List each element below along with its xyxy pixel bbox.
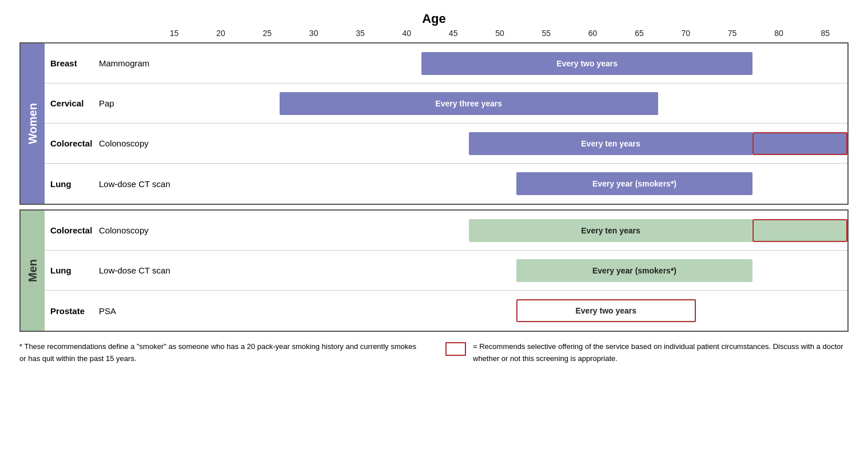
screening-bar: Every year (smokers*) [516, 259, 753, 282]
cancer-type: Breast [45, 58, 99, 68]
test-name: Colonoscopy [99, 138, 185, 148]
screening-bar: Every year (smokers*) [516, 172, 753, 195]
age-tick: 70 [663, 29, 709, 38]
age-title: Age [19, 11, 849, 26]
footer-right: = Recommends selective offering of the s… [445, 341, 849, 365]
screening-row: LungLow-dose CT scanEvery year (smokers*… [45, 164, 847, 204]
men-section: Men ColorectalColonoscopyEvery ten years… [19, 209, 849, 332]
test-name: Colonoscopy [99, 225, 185, 235]
screening-bar-main: Every ten years [469, 219, 753, 242]
age-axis: 152025303540455055606570758085 [151, 29, 849, 38]
women-label: Women [21, 43, 45, 204]
test-name: Mammogram [99, 58, 185, 68]
age-tick: 75 [709, 29, 755, 38]
age-tick: 35 [337, 29, 383, 38]
footer-note: * These recommendations define a "smoker… [19, 341, 423, 365]
timeline: Every three years [185, 86, 847, 121]
women-rows: BreastMammogramEvery two yearsCervicalPa… [45, 43, 847, 204]
age-tick: 45 [430, 29, 476, 38]
screening-row: ColorectalColonoscopyEvery ten years [45, 211, 847, 251]
screening-row: ProstatePSAEvery two years [45, 291, 847, 331]
test-name: Low-dose CT scan [99, 179, 185, 189]
screening-bar-outline-ext [752, 132, 847, 155]
cancer-type: Lung [45, 265, 99, 275]
timeline: Every two years [185, 294, 847, 328]
age-tick: 80 [755, 29, 802, 38]
timeline: Every year (smokers*) [185, 253, 847, 288]
screening-bar-outline-ext [752, 219, 847, 242]
cancer-type: Prostate [45, 306, 99, 316]
screening-row: LungLow-dose CT scanEvery year (smokers*… [45, 251, 847, 291]
screening-row: BreastMammogramEvery two years [45, 43, 847, 84]
screening-bar: Every three years [280, 92, 658, 115]
age-tick: 60 [570, 29, 616, 38]
age-tick: 50 [476, 29, 523, 38]
test-name: Low-dose CT scan [99, 265, 185, 275]
age-tick: 65 [616, 29, 662, 38]
test-name: Pap [99, 98, 185, 108]
timeline: Every year (smokers*) [185, 166, 847, 201]
age-tick: 55 [523, 29, 570, 38]
timeline: Every ten years [185, 213, 847, 248]
women-section: Women BreastMammogramEvery two yearsCerv… [19, 42, 849, 205]
age-tick: 85 [802, 29, 849, 38]
screening-row: ColorectalColonoscopyEvery ten years [45, 124, 847, 164]
age-tick: 40 [384, 29, 430, 38]
footer: * These recommendations define a "smoker… [19, 341, 849, 365]
cancer-type: Lung [45, 179, 99, 189]
legend-box [445, 342, 466, 356]
screening-bar-main: Every ten years [469, 132, 753, 155]
age-tick: 25 [244, 29, 290, 38]
men-rows: ColorectalColonoscopyEvery ten yearsLung… [45, 211, 847, 331]
age-tick: 20 [197, 29, 244, 38]
screening-bar-outline: Every two years [516, 299, 696, 322]
age-tick: 30 [290, 29, 337, 38]
timeline: Every two years [185, 46, 847, 81]
test-name: PSA [99, 306, 185, 316]
men-label: Men [21, 211, 45, 331]
timeline: Every ten years [185, 126, 847, 161]
cancer-type: Cervical [45, 98, 99, 108]
legend-text: = Recommends selective offering of the s… [473, 341, 849, 365]
chart-container: Age 152025303540455055606570758085 Women… [19, 11, 849, 365]
cancer-type: Colorectal [45, 225, 99, 235]
screening-row: CervicalPapEvery three years [45, 84, 847, 124]
cancer-type: Colorectal [45, 138, 99, 148]
screening-bar: Every two years [421, 52, 753, 75]
age-tick: 15 [151, 29, 197, 38]
